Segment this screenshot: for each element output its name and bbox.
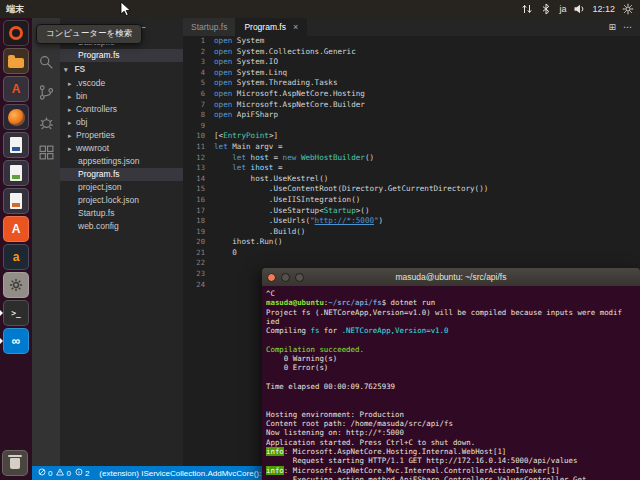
code-line: 19 .Build(): [183, 227, 640, 238]
indicator-area: ja12:12: [521, 3, 640, 15]
code-token: Microsoft.AspNetCore.Hosting: [232, 89, 365, 100]
tree-item-.vscode[interactable]: ▸.vscode: [60, 77, 183, 90]
network-icon[interactable]: [521, 3, 533, 15]
chevron-right-icon: ▸: [68, 116, 76, 129]
code-token: open: [214, 47, 232, 58]
tree-item-Startup.fs[interactable]: Startup.fs: [60, 207, 183, 220]
launcher-libreoffice-writer[interactable]: [3, 132, 29, 158]
launcher-amazon[interactable]: a: [3, 244, 29, 270]
close-button[interactable]: [267, 273, 276, 282]
line-number: 6: [183, 89, 214, 100]
status-warning-count: 0: [66, 469, 70, 478]
trash-icon: [10, 458, 20, 469]
code-token: ApiFSharp: [232, 110, 278, 121]
launcher-system-settings[interactable]: [3, 272, 29, 298]
terminal-token: Project fs (.NETCoreApp,Version=v1.0) wi…: [266, 308, 622, 317]
launcher-files[interactable]: [3, 48, 29, 74]
terminal-titlebar[interactable]: masuda@ubuntu: ~/src/api/fs: [262, 268, 640, 287]
terminal-line: ^C: [266, 289, 636, 298]
launcher-ubuntu-software[interactable]: A: [3, 216, 29, 242]
code-token: System.IO: [232, 57, 278, 68]
code-token: [214, 163, 232, 174]
input-method-indicator[interactable]: ja: [559, 4, 566, 14]
desktop: 端末 ja12:12 AAa>_∞ 開いているエディター Startup.fsP…: [0, 0, 640, 480]
session-gear-icon[interactable]: [622, 3, 634, 15]
tab-label: Startup.fs: [191, 22, 227, 32]
chevron-right-icon: ▸: [68, 129, 76, 142]
launcher-libreoffice-impress[interactable]: [3, 188, 29, 214]
line-number: 9: [183, 121, 214, 132]
terminal-token: info: [266, 447, 284, 456]
tab-Startup.fs[interactable]: Startup.fs: [183, 18, 236, 36]
clock[interactable]: 12:12: [592, 4, 615, 14]
terminal-content[interactable]: ^Cmasuda@ubuntu:~/src/api/fs$ dotnet run…: [262, 286, 640, 480]
activity-debug-icon[interactable]: [38, 114, 55, 131]
code-line: 18 .UseUrls("http://*:5000"): [183, 216, 640, 227]
code-token: let: [214, 142, 228, 153]
tree-item-wwwroot[interactable]: ▸wwwroot: [60, 142, 183, 155]
launcher-libreoffice-calc[interactable]: [3, 160, 29, 186]
code-token: System.Threading.Tasks: [232, 78, 337, 89]
activity-search-icon[interactable]: [38, 54, 55, 71]
volume-icon[interactable]: [573, 3, 585, 15]
code-token: open: [214, 57, 232, 68]
status-infos[interactable]: 2: [75, 468, 89, 478]
code-token: EntryPoint: [223, 131, 269, 142]
code-token: open: [214, 78, 232, 89]
code-line: 14 host.UseKestrel(): [183, 174, 640, 185]
terminal-token: ~/src/api/fs: [328, 298, 381, 307]
line-number: 5: [183, 78, 214, 89]
code-line: 10[<EntryPoint>]: [183, 131, 640, 142]
line-number: 19: [183, 227, 214, 238]
terminal-token: 0 Warning(s): [266, 354, 337, 363]
minimize-button[interactable]: [281, 273, 290, 282]
tree-item-project.lock.json[interactable]: project.lock.json: [60, 194, 183, 207]
launcher-dash-home[interactable]: [3, 20, 29, 46]
bluetooth-icon[interactable]: [540, 3, 552, 15]
tree-item-project.json[interactable]: project.json: [60, 181, 183, 194]
terminal-line: Executing action method ApiFSharp.Contro…: [266, 475, 636, 480]
terminal-line: Time elapsed 00:00:09.7625939: [266, 382, 636, 391]
code-line: 7open Microsoft.AspNetCore.Builder: [183, 100, 640, 111]
status-warnings[interactable]: 0: [56, 468, 70, 478]
tree-item-Controllers[interactable]: ▸Controllers: [60, 103, 183, 116]
tree-item-appsettings.json[interactable]: appsettings.json: [60, 155, 183, 168]
more-actions-icon[interactable]: ⋯: [623, 22, 632, 32]
tab-bar: Startup.fsProgram.fs× ⊞⋯: [183, 18, 640, 36]
terminal-line: info: Microsoft.AspNetCore.Hosting.Inter…: [266, 447, 636, 456]
tree-item-bin[interactable]: ▸bin: [60, 90, 183, 103]
tree-item-Program.fs[interactable]: Program.fs: [60, 168, 183, 181]
activity-extensions-icon[interactable]: [38, 144, 55, 161]
close-icon[interactable]: ×: [293, 22, 298, 32]
status-errors[interactable]: 0: [38, 468, 52, 478]
launcher-terminal[interactable]: >_: [3, 300, 29, 326]
line-number: 14: [183, 174, 214, 185]
code-token: open: [214, 89, 232, 100]
split-editor-icon[interactable]: ⊞: [608, 22, 616, 32]
ubuntu-logo-icon: [9, 26, 23, 40]
line-number: 20: [183, 237, 214, 248]
launcher-trash[interactable]: [2, 450, 28, 476]
tab-Program.fs[interactable]: Program.fs×: [236, 18, 307, 36]
launcher-firefox[interactable]: [3, 104, 29, 130]
file-label: web.config: [78, 221, 119, 231]
launcher-software-center[interactable]: A: [3, 76, 29, 102]
launcher-vscode[interactable]: ∞: [3, 328, 29, 354]
app-letter-icon: A: [12, 223, 21, 235]
open-editor-Program.fs[interactable]: Program.fs: [60, 49, 183, 62]
chevron-right-icon: ▸: [68, 103, 76, 116]
terminal-window[interactable]: masuda@ubuntu: ~/src/api/fs ^Cmasuda@ubu…: [262, 268, 640, 480]
code-token: new: [283, 153, 297, 164]
line-number: 7: [183, 100, 214, 111]
maximize-button[interactable]: [295, 273, 304, 282]
chevron-right-icon: ▸: [68, 90, 76, 103]
tree-item-Properties[interactable]: ▸Properties: [60, 129, 183, 142]
tree-item-web.config[interactable]: web.config: [60, 220, 183, 233]
tree-root-fs[interactable]: ▾ FS: [60, 62, 183, 77]
file-label: wwwroot: [76, 143, 109, 153]
chevron-right-icon: ▸: [68, 142, 76, 155]
activity-git-icon[interactable]: [38, 84, 55, 101]
tree-item-obj[interactable]: ▸obj: [60, 116, 183, 129]
line-number: 2: [183, 47, 214, 58]
code-token: open: [214, 36, 232, 47]
